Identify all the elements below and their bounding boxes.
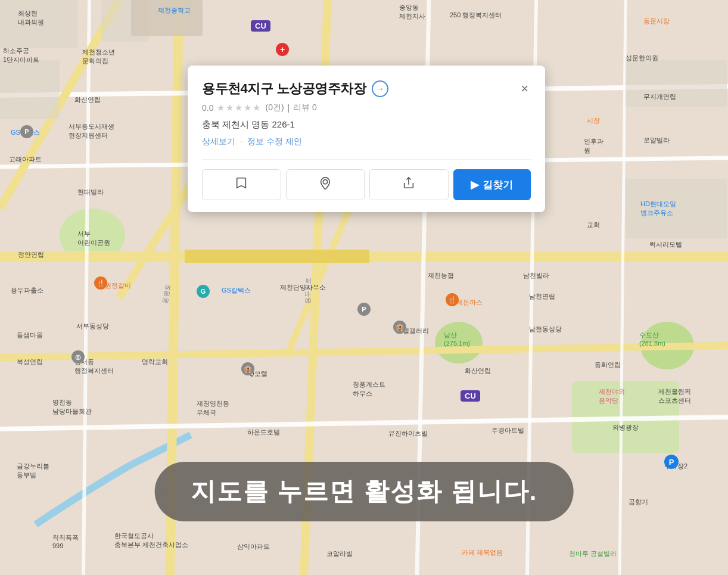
map-label: 서부동성당 bbox=[76, 322, 109, 331]
map-label: 제천청소년문화의집 bbox=[82, 48, 115, 66]
map-label: 현대빌라 bbox=[77, 188, 104, 197]
cu-badge-bottom: CU bbox=[461, 390, 480, 402]
map-label: 코알라빌 bbox=[326, 549, 353, 558]
share-icon bbox=[402, 176, 415, 193]
map-label: 로얄빌라 bbox=[643, 136, 670, 145]
map-label: 중앙동제천지사 bbox=[399, 3, 425, 21]
bookmark-icon bbox=[235, 176, 248, 193]
map-label: 인후과원 bbox=[584, 137, 603, 155]
popup-title: 용두천4지구 노상공영주차장 bbox=[202, 80, 366, 98]
map-label: 제청영천동우체국 bbox=[197, 399, 229, 417]
map-label: 칙칙폭폭999 bbox=[52, 533, 79, 549]
map-icon-restaurant: 🍴 bbox=[94, 276, 107, 290]
rating-stars: ★★★★★ bbox=[217, 102, 262, 113]
map-label: 화신연립 bbox=[74, 95, 101, 104]
map-label: 서부어린이공원 bbox=[77, 229, 110, 247]
map-label: 남천빌라 bbox=[523, 271, 549, 280]
map-label: 제천올림픽스포츠센터 bbox=[658, 387, 691, 405]
map-label: HD현대오일뱅크주유소 bbox=[640, 200, 676, 217]
map-label: 카페 제목없음 bbox=[462, 548, 503, 557]
popup-address: 충북 제천시 명동 226-1 bbox=[202, 119, 531, 130]
popup-header: 용두천4지구 노상공영주차장 → × bbox=[202, 80, 531, 98]
map-label: 주경아트빌 bbox=[491, 426, 524, 435]
map-label: 화산연립 bbox=[465, 366, 491, 375]
map-label: 한국철도공사충북본부 제천건축사업소 bbox=[114, 532, 188, 549]
map-label: 정안연립 bbox=[18, 250, 44, 259]
svg-rect-10 bbox=[626, 60, 727, 107]
map-label: 용두파출소 bbox=[11, 286, 43, 295]
arrow-icon: → bbox=[376, 84, 384, 94]
popup-detail-arrow-button[interactable]: → bbox=[372, 80, 388, 97]
location-button[interactable] bbox=[286, 169, 365, 200]
map-icon: P bbox=[20, 125, 33, 138]
popup-close-button[interactable]: × bbox=[518, 80, 531, 98]
popup-links: 상세보기 · 정보 수정 제안 bbox=[202, 136, 531, 147]
map-label: 제천농협 bbox=[428, 271, 454, 280]
map-label: 청마루 공설빌라 bbox=[569, 549, 617, 558]
svg-rect-9 bbox=[0, 60, 60, 119]
map-label: 금강누리봄동부빌 bbox=[17, 462, 49, 480]
map-icon: 🏨 bbox=[241, 362, 254, 375]
svg-rect-12 bbox=[131, 0, 203, 36]
map-label: 무지개연립 bbox=[643, 92, 676, 101]
map-icon: G bbox=[197, 285, 210, 298]
popup-actions: ▶ 길찾기 bbox=[202, 159, 531, 200]
map-activation-text: 지도를 누르면 활성화 됩니다. bbox=[191, 477, 538, 505]
map-label: 수도산(281.8m) bbox=[639, 331, 665, 347]
map-label: 시장 bbox=[587, 116, 600, 125]
parking-icon: P bbox=[664, 455, 679, 469]
map-label: 하소주공1단지아파트 bbox=[3, 46, 39, 64]
map-activation-banner[interactable]: 지도를 누르면 활성화 됩니다. bbox=[155, 462, 574, 521]
map-label: 서부동도시재생현장지원센터 bbox=[69, 122, 114, 140]
map-label: 남산(275.1m) bbox=[444, 331, 470, 347]
map-icon: ◎ bbox=[71, 350, 85, 363]
map-label: GS칼텍스 bbox=[222, 286, 251, 295]
map-label: 고래아파트 bbox=[9, 155, 42, 164]
cu-badge-top: CU bbox=[251, 20, 270, 32]
map-label: 청풍게스트하우스 bbox=[353, 380, 385, 398]
map-label: 남천연립 bbox=[529, 292, 555, 301]
map-label: 성문한의원 bbox=[626, 54, 658, 63]
location-popup: 용두천4지구 노상공영주차장 → × 0.0 ★★★★★ (0건) | 리뷰 0… bbox=[188, 66, 545, 212]
link-divider: · bbox=[240, 136, 242, 147]
save-button[interactable] bbox=[202, 169, 281, 200]
rating-separator: | bbox=[288, 103, 290, 113]
map-label: 들샘마을 bbox=[17, 331, 43, 340]
map-label: 곰향기 bbox=[629, 498, 648, 506]
nav-label: 길찾기 bbox=[483, 178, 513, 192]
share-button[interactable] bbox=[369, 169, 449, 200]
rating-score: 0.0 bbox=[202, 103, 213, 113]
map-label: 최상현내과의원 bbox=[18, 9, 44, 27]
popup-detail-link[interactable]: 상세보기 bbox=[202, 136, 235, 147]
map-label: 삼익아파트 bbox=[237, 542, 270, 551]
map-label: 250 행정복지센터 bbox=[450, 11, 502, 20]
rating-count: (0건) bbox=[265, 102, 284, 113]
popup-suggest-link[interactable]: 정보 수정 제안 bbox=[247, 136, 302, 147]
map-label: 유진하이츠빌 bbox=[388, 429, 428, 438]
map-label: 교회 bbox=[587, 220, 600, 229]
map-label: 북성연립 bbox=[17, 358, 43, 366]
map-label: 동화연립 bbox=[595, 360, 621, 369]
map-label: 동문시장 bbox=[643, 17, 670, 26]
map-label: 제천야외음악당 bbox=[599, 387, 625, 405]
hospital-icon: + bbox=[276, 43, 289, 56]
map-icon: 🏨 bbox=[393, 321, 406, 334]
map-label: 남천동성당 bbox=[529, 325, 562, 334]
map-label: 영천동남당마을회관 bbox=[52, 398, 92, 416]
popup-rating: 0.0 ★★★★★ (0건) | 리뷰 0 bbox=[202, 102, 531, 113]
map-label: 럭서리모텔 bbox=[649, 240, 682, 249]
nav-icon: ▶ bbox=[471, 178, 479, 191]
map-icon: P bbox=[357, 303, 371, 316]
map-label: 하운드호텔 bbox=[247, 428, 280, 437]
map-label: 제천단양사무소 bbox=[280, 283, 326, 292]
review-label: 리뷰 0 bbox=[293, 102, 317, 113]
navigate-button[interactable]: ▶ 길찾기 bbox=[453, 169, 531, 200]
map-label: 의병광장 bbox=[612, 423, 639, 432]
svg-point-13 bbox=[323, 180, 327, 184]
map-label: 명락교회 bbox=[142, 358, 168, 366]
location-icon bbox=[319, 176, 332, 193]
map-label-school: 제천중학교 bbox=[158, 6, 191, 15]
popup-title-row: 용두천4지구 노상공영주차장 → bbox=[202, 80, 388, 98]
map-icon: 🍴 bbox=[446, 293, 459, 306]
